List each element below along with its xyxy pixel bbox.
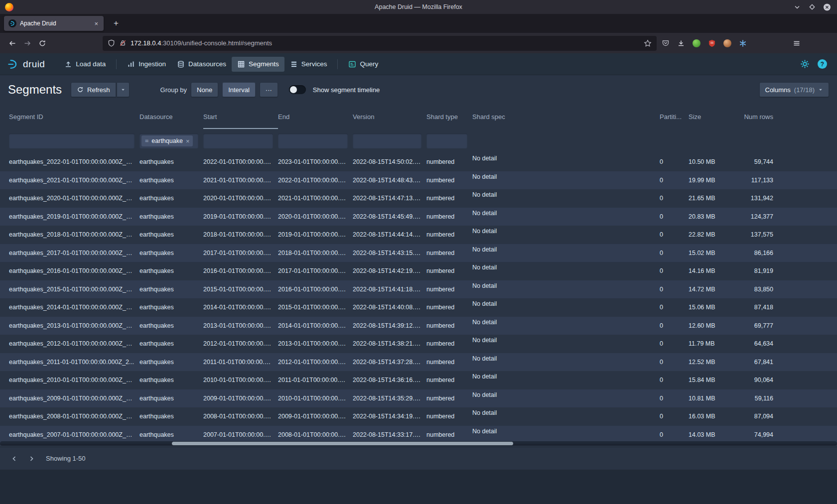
cell-shard-type: numbered	[426, 231, 472, 238]
cell-datasource: earthquakes	[140, 213, 203, 220]
window-maximize-icon[interactable]	[808, 3, 816, 11]
reload-icon[interactable]	[35, 36, 50, 50]
nav-item-query[interactable]: Query	[343, 57, 384, 72]
bookmark-star-icon[interactable]	[644, 39, 652, 47]
cell-size: 15.84 MB	[689, 377, 742, 383]
extension-snowflake-icon[interactable]	[739, 39, 747, 47]
table-row[interactable]: earthquakes_2021-01-01T00:00:00.000Z_2..…	[0, 171, 837, 190]
cell-segment-id: earthquakes_2009-01-01T00:00:00.000Z_2..…	[9, 395, 140, 402]
cell-size: 14.72 MB	[689, 286, 742, 293]
cell-start: 2016-01-01T00:00:00.0...	[203, 267, 278, 274]
downloads-icon[interactable]	[677, 39, 685, 47]
window-minimize-icon[interactable]	[793, 3, 801, 11]
cell-segment-id: earthquakes_2017-01-01T00:00:00.000Z_2..…	[9, 250, 140, 256]
group-by-interval-button[interactable]: Interval	[222, 82, 256, 97]
header-partition[interactable]: Partiti...	[660, 104, 689, 129]
filter-remove-icon[interactable]: ×	[186, 137, 190, 145]
header-datasource[interactable]: Datasource	[140, 104, 203, 129]
cell-start: 2015-01-01T00:00:00.0...	[203, 286, 278, 293]
back-icon[interactable]	[5, 36, 20, 50]
header-version[interactable]: Version	[353, 104, 426, 129]
table-row[interactable]: earthquakes_2009-01-01T00:00:00.000Z_2..…	[0, 389, 837, 408]
horizontal-scrollbar[interactable]	[0, 441, 837, 446]
cell-segment-id: earthquakes_2015-01-01T00:00:00.000Z_2..…	[9, 286, 140, 293]
refresh-button[interactable]: Refresh	[71, 82, 116, 97]
header-size[interactable]: Size	[689, 104, 742, 129]
table-row[interactable]: earthquakes_2015-01-01T00:00:00.000Z_2..…	[0, 280, 837, 299]
horizontal-scrollbar-thumb[interactable]	[172, 442, 513, 445]
nav-item-services[interactable]: Services	[284, 57, 333, 72]
datasource-filter-chip[interactable]: = earthquake ×	[141, 135, 193, 146]
cell-size: 20.83 MB	[689, 213, 742, 220]
table-row[interactable]: earthquakes_2017-01-01T00:00:00.000Z_2..…	[0, 244, 837, 262]
filter-version-input[interactable]	[353, 133, 421, 148]
nav-item-ingestion[interactable]: Ingestion	[122, 57, 171, 72]
insecure-lock-icon[interactable]	[119, 39, 127, 47]
cell-partition: 0	[660, 431, 689, 438]
filter-shard-type-input[interactable]	[426, 133, 467, 148]
previous-page-icon[interactable]	[7, 451, 22, 466]
table-row[interactable]: earthquakes_2010-01-01T00:00:00.000Z_2..…	[0, 371, 837, 389]
pocket-icon[interactable]	[662, 39, 670, 47]
cell-partition: 0	[660, 322, 689, 329]
refresh-dropdown-button[interactable]	[117, 82, 130, 97]
group-by-none-button[interactable]: None	[191, 82, 218, 97]
table-row[interactable]: earthquakes_2020-01-01T00:00:00.000Z_2..…	[0, 189, 837, 208]
filter-end-input[interactable]	[278, 133, 348, 148]
table-row[interactable]: earthquakes_2018-01-01T00:00:00.000Z_2..…	[0, 226, 837, 244]
header-start[interactable]: Start	[203, 104, 278, 129]
url-bar[interactable]: 172.18.0.4:30109/unified-console.html#se…	[103, 36, 657, 51]
url-text[interactable]: 172.18.0.4:30109/unified-console.html#se…	[131, 39, 272, 47]
page-footer-space	[0, 470, 837, 504]
cell-version: 2022-08-15T14:42:19.7...	[353, 267, 426, 274]
table-row[interactable]: earthquakes_2022-01-01T00:00:00.000Z_2..…	[0, 153, 837, 171]
table-filter-row: = earthquake ×	[0, 129, 837, 153]
header-shard-spec[interactable]: Shard spec	[472, 104, 660, 129]
table-row[interactable]: earthquakes_2012-01-01T00:00:00.000Z_2..…	[0, 335, 837, 353]
header-segment-id[interactable]: Segment ID	[9, 104, 140, 129]
table-row[interactable]: earthquakes_2016-01-01T00:00:00.000Z_2..…	[0, 262, 837, 280]
nav-item-load-data[interactable]: Load data	[59, 57, 111, 72]
menu-icon[interactable]	[790, 36, 804, 50]
ublock-extension-icon[interactable]	[708, 39, 716, 47]
privacy-badger-extension-icon[interactable]	[693, 39, 700, 47]
table-row[interactable]: earthquakes_2013-01-01T00:00:00.000Z_2..…	[0, 317, 837, 335]
profile-avatar[interactable]	[723, 39, 731, 47]
table-row[interactable]: earthquakes_2011-01-01T00:00:00.000Z_2..…	[0, 353, 837, 372]
druid-brand[interactable]: druid	[7, 59, 45, 70]
nav-item-datasources[interactable]: Datasources	[171, 57, 232, 72]
tab-label: Apache Druid	[20, 20, 90, 27]
more-options-button[interactable]: ···	[260, 82, 278, 97]
segment-timeline-toggle[interactable]	[289, 85, 306, 94]
table-row[interactable]: earthquakes_2014-01-01T00:00:00.000Z_2..…	[0, 298, 837, 317]
filter-segment-id-input[interactable]	[9, 133, 135, 148]
filter-datasource-input[interactable]: = earthquake ×	[140, 133, 198, 148]
cell-num-rows: 86,166	[742, 250, 778, 256]
tab-close-icon[interactable]: ×	[93, 20, 99, 27]
nav-item-segments[interactable]: Segments	[232, 57, 284, 72]
forward-icon[interactable]	[20, 36, 35, 50]
view-header: Segments Refresh Group by None Interval …	[0, 75, 837, 104]
columns-label: Columns	[765, 86, 791, 94]
header-num-rows[interactable]: Num rows	[742, 104, 778, 129]
next-page-icon[interactable]	[24, 451, 39, 466]
columns-button[interactable]: Columns (17/18)	[759, 82, 830, 97]
help-icon[interactable]: ?	[818, 59, 827, 69]
table-row[interactable]: earthquakes_2008-01-01T00:00:00.000Z_2..…	[0, 407, 837, 426]
browser-tab-apache-druid[interactable]: Apache Druid ×	[4, 16, 104, 31]
cell-start: 2022-01-01T00:00:00.0...	[203, 158, 278, 165]
filter-start-input[interactable]	[203, 133, 273, 148]
druid-logo-icon	[7, 59, 20, 70]
table-row[interactable]: earthquakes_2019-01-01T00:00:00.000Z_2..…	[0, 208, 837, 226]
cell-shard-spec: No detail	[472, 298, 660, 307]
cell-num-rows: 67,841	[742, 359, 778, 366]
new-tab-button[interactable]: +	[109, 17, 124, 29]
header-end[interactable]: End	[278, 104, 353, 129]
cell-datasource: earthquakes	[140, 322, 203, 329]
settings-gear-icon[interactable]	[800, 59, 810, 69]
druid-wordmark: druid	[23, 59, 45, 70]
cell-datasource: earthquakes	[140, 286, 203, 293]
header-shard-type[interactable]: Shard type	[426, 104, 472, 129]
tracking-protection-shield-icon[interactable]	[108, 39, 115, 47]
window-close-icon[interactable]	[823, 3, 831, 11]
